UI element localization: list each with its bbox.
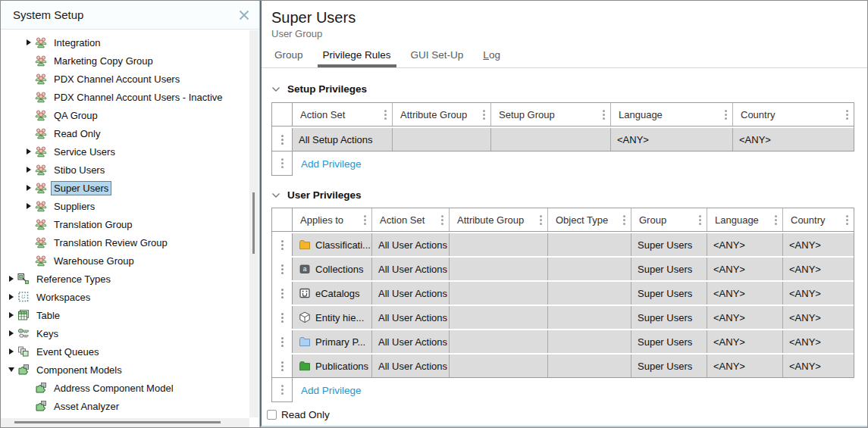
column-header-attribute-group[interactable]: Attribute Group bbox=[450, 208, 548, 231]
tree-item-integration[interactable]: Integration bbox=[1, 33, 259, 52]
tree-item-translation-group[interactable]: Translation Group bbox=[1, 215, 259, 233]
row-handle[interactable] bbox=[272, 355, 293, 377]
cell[interactable] bbox=[548, 355, 631, 377]
cell[interactable]: <ANY> bbox=[783, 306, 854, 329]
column-header-object-type[interactable]: Object Type bbox=[548, 208, 631, 231]
cell[interactable]: All User Actions bbox=[372, 233, 450, 256]
cell[interactable] bbox=[450, 355, 548, 377]
tree-item-warehouse-group[interactable]: Warehouse Group bbox=[1, 251, 259, 270]
tree-item-keys[interactable]: Keys bbox=[1, 324, 259, 342]
column-menu-icon[interactable] bbox=[483, 110, 485, 120]
cell[interactable]: aCollections bbox=[293, 258, 372, 280]
cell[interactable] bbox=[450, 306, 548, 329]
cell[interactable]: All User Actions bbox=[372, 282, 450, 305]
cell[interactable]: All User Actions bbox=[372, 306, 450, 329]
cell[interactable]: Super Users bbox=[631, 258, 707, 280]
cell[interactable]: All User Actions bbox=[372, 330, 450, 353]
tree-item-workspaces[interactable]: Workspaces bbox=[1, 288, 259, 306]
tab-privilege-rules[interactable]: Privilege Rules bbox=[323, 49, 391, 61]
cell[interactable] bbox=[548, 306, 631, 329]
expand-arrow-icon[interactable] bbox=[24, 38, 33, 47]
cell[interactable]: <ANY> bbox=[707, 258, 783, 280]
expand-arrow-icon[interactable] bbox=[7, 311, 16, 320]
cell[interactable]: eCatalogs bbox=[293, 282, 372, 305]
cell[interactable]: Super Users bbox=[631, 282, 707, 305]
row-handle-icon[interactable] bbox=[281, 337, 284, 347]
add-privilege-link[interactable]: Add Privilege bbox=[293, 378, 362, 402]
column-header-attribute-group[interactable]: Attribute Group bbox=[393, 103, 491, 126]
column-header-country[interactable]: Country bbox=[783, 208, 854, 231]
tree-item-qa-group[interactable]: QA Group bbox=[1, 106, 259, 124]
cell[interactable]: <ANY> bbox=[783, 233, 854, 256]
close-icon[interactable] bbox=[238, 9, 250, 21]
row-handle-icon[interactable] bbox=[281, 361, 284, 371]
column-menu-icon[interactable] bbox=[603, 110, 605, 120]
tree-item-component-models[interactable]: Component Models bbox=[1, 361, 259, 379]
column-header-action-set[interactable]: Action Set bbox=[372, 208, 450, 231]
cell[interactable]: Publications bbox=[293, 355, 372, 377]
tree-item-table[interactable]: Table bbox=[1, 306, 259, 324]
expand-arrow-icon[interactable] bbox=[7, 347, 16, 356]
tab-gui-set-up[interactable]: GUI Set-Up bbox=[411, 49, 464, 61]
expand-arrow-icon[interactable] bbox=[7, 274, 16, 283]
cell[interactable]: Entity hie... bbox=[293, 306, 372, 329]
cell[interactable]: <ANY> bbox=[611, 128, 733, 151]
row-handle[interactable] bbox=[271, 378, 293, 402]
tree-item-stibo-users[interactable]: Stibo Users bbox=[1, 161, 259, 179]
row-handle[interactable] bbox=[272, 306, 293, 329]
cell[interactable]: <ANY> bbox=[707, 355, 783, 377]
column-header-setup-group[interactable]: Setup Group bbox=[491, 103, 611, 126]
cell[interactable] bbox=[491, 128, 611, 151]
column-header-applies-to[interactable]: Applies to bbox=[293, 208, 372, 231]
column-header-group[interactable]: Group bbox=[631, 208, 707, 231]
row-handle[interactable] bbox=[271, 152, 293, 176]
cell[interactable]: Super Users bbox=[631, 355, 707, 377]
expand-arrow-icon[interactable] bbox=[24, 147, 33, 156]
cell[interactable]: <ANY> bbox=[707, 233, 783, 256]
tree-item-pdx-channel-account-users[interactable]: PDX Channel Account Users bbox=[1, 70, 259, 88]
cell[interactable]: Super Users bbox=[631, 306, 707, 329]
tree-item-event-queues[interactable]: Event Queues bbox=[1, 342, 259, 361]
cell[interactable]: All User Actions bbox=[372, 355, 450, 377]
row-handle[interactable] bbox=[272, 330, 293, 353]
column-menu-icon[interactable] bbox=[725, 110, 727, 120]
cell[interactable] bbox=[393, 128, 491, 151]
tree-item-marketing-copy-group[interactable]: Marketing Copy Group bbox=[1, 52, 259, 70]
row-handle[interactable] bbox=[272, 258, 293, 280]
tab-group[interactable]: Group bbox=[274, 49, 303, 61]
column-menu-icon[interactable] bbox=[699, 215, 701, 225]
cell[interactable] bbox=[548, 282, 631, 305]
cell[interactable]: All Setup Actions bbox=[293, 128, 393, 151]
cell[interactable]: Super Users bbox=[631, 330, 707, 353]
cell[interactable]: <ANY> bbox=[783, 330, 854, 353]
row-handle-icon[interactable] bbox=[281, 240, 284, 250]
row-handle-icon[interactable] bbox=[281, 313, 284, 323]
cell[interactable]: <ANY> bbox=[783, 282, 854, 305]
column-menu-icon[interactable] bbox=[846, 215, 848, 225]
row-handle-icon[interactable] bbox=[281, 264, 284, 274]
cell[interactable]: Classificati... bbox=[293, 233, 372, 256]
cell[interactable] bbox=[548, 330, 631, 353]
tab-log[interactable]: Log bbox=[483, 49, 500, 61]
cell[interactable]: <ANY> bbox=[733, 128, 854, 151]
expand-arrow-icon[interactable] bbox=[24, 202, 33, 211]
cell[interactable]: <ANY> bbox=[783, 258, 854, 280]
collapse-chevron-icon[interactable] bbox=[271, 86, 280, 92]
read-only-checkbox[interactable] bbox=[267, 410, 277, 420]
expand-arrow-icon[interactable] bbox=[7, 365, 16, 374]
row-handle[interactable] bbox=[272, 282, 293, 305]
tree-item-pdx-channel-account-users-inactive[interactable]: PDX Channel Account Users - Inactive bbox=[1, 88, 259, 106]
column-menu-icon[interactable] bbox=[364, 215, 366, 225]
vertical-scrollbar-thumb[interactable] bbox=[252, 192, 255, 254]
cell[interactable]: <ANY> bbox=[707, 330, 783, 353]
cell[interactable]: <ANY> bbox=[707, 306, 783, 329]
cell[interactable]: <ANY> bbox=[707, 282, 783, 305]
expand-arrow-icon[interactable] bbox=[7, 329, 16, 338]
cell[interactable]: All User Actions bbox=[372, 258, 450, 280]
column-menu-icon[interactable] bbox=[441, 215, 443, 225]
tree-item-read-only[interactable]: Read Only bbox=[1, 124, 259, 142]
cell[interactable]: Super Users bbox=[631, 233, 707, 256]
row-handle[interactable] bbox=[272, 233, 293, 256]
row-handle[interactable] bbox=[272, 128, 293, 151]
expand-arrow-icon[interactable] bbox=[7, 292, 16, 301]
